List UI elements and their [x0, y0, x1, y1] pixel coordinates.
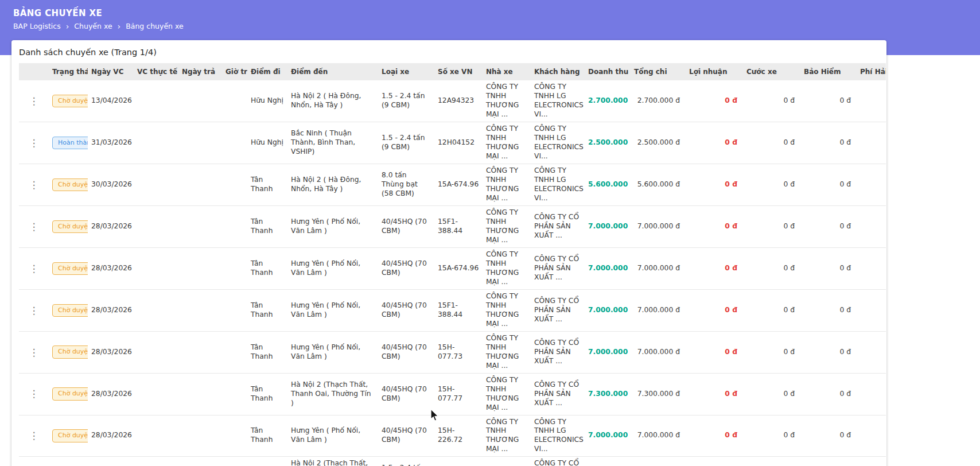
breadcrumb-item-bap-logistics[interactable]: BAP Logistics — [13, 22, 61, 30]
cell-so-xe-vn: 12H04349 — [434, 457, 483, 466]
cell-bao-hiem: 0 đ — [800, 373, 857, 415]
table-row[interactable]: ⋮ Chờ duyệt 30/03/2026 Tân Thanh Hà Nội … — [19, 164, 886, 205]
status-badge: Chờ duyệt — [52, 220, 88, 233]
cell-cuoc-xe: 0 đ — [743, 415, 800, 457]
status-badge: Hoàn thành — [52, 137, 88, 149]
cell-so-xe-vn: 15H-077.77 — [434, 373, 483, 415]
cell-phi-hai-quan — [857, 457, 886, 466]
cell-loai-xe: 40/45HQ (70 CBM) — [378, 331, 434, 373]
cell-loi-nhuan: 0 đ — [686, 205, 743, 247]
cell-so-xe-vn: 15H-077.73 — [434, 331, 483, 373]
cell-ngay-vc: 28/03/2026 — [88, 247, 134, 289]
cell-doanh-thu: 2.700.000 — [585, 80, 631, 122]
cell-khach-hang: CÔNG TY CỔ PHẦN SẢN XUẤT ... — [531, 457, 585, 466]
cell-ngay-tra — [178, 373, 222, 415]
more-vert-icon[interactable]: ⋮ — [26, 137, 42, 149]
column-header-bao-hiem: Bảo Hiểm — [800, 63, 857, 80]
more-vert-icon[interactable]: ⋮ — [26, 220, 42, 233]
table-row[interactable]: ⋮ Chờ duyệt 28/03/2026 Tân Thanh Hưng Yê… — [19, 289, 886, 331]
cell-phi-hai-quan — [857, 80, 886, 122]
cell-tong-chi: 7.000.000 đ — [631, 415, 686, 457]
table-row[interactable]: ⋮ Chờ duyệt 28/03/2026 Tân Thanh Hưng Yê… — [19, 415, 886, 457]
cell-ngay-vc: 30/03/2026 — [88, 164, 134, 205]
breadcrumb-item-chuyen-xe[interactable]: Chuyến xe — [74, 22, 112, 30]
table-row[interactable]: ⋮ Hoàn thành 20/03/2026 Hữu Nghị Hà Nội … — [19, 457, 886, 466]
cell-loi-nhuan: 0 đ — [686, 289, 743, 331]
cell-khach-hang: CÔNG TY TNHH LG ELECTRONICS VI... — [531, 164, 585, 205]
table-row[interactable]: ⋮ Chờ duyệt 13/04/2026 Hữu Nghị Hà Nội 2… — [19, 80, 886, 122]
cell-gio-tra — [222, 289, 247, 331]
cell-cuoc-xe: 0 đ — [743, 205, 800, 247]
cell-so-xe-vn: 12A94323 — [434, 80, 483, 122]
more-vert-icon[interactable]: ⋮ — [26, 429, 42, 442]
cell-cuoc-xe: 0 đ — [743, 373, 800, 415]
cell-ngay-tra — [178, 457, 222, 466]
cell-diem-di: Tân Thanh — [247, 331, 287, 373]
column-header-trang-thai: Trạng thái — [49, 63, 88, 80]
cell-loai-xe: 40/45HQ (70 CBM) — [378, 205, 434, 247]
cell-bao-hiem: 0 đ — [800, 122, 857, 164]
column-header-vc-thuc-te: VC thực tế — [134, 63, 178, 80]
cell-tong-chi: 7.000.000 đ — [631, 247, 686, 289]
cell-gio-tra — [222, 457, 247, 466]
cell-khach-hang: CÔNG TY CỔ PHẦN SẢN XUẤT ... — [531, 373, 585, 415]
more-vert-icon[interactable]: ⋮ — [26, 304, 42, 317]
table-header-row: Trạng thái Ngày VC VC thực tế Ngày trả G… — [19, 63, 886, 80]
cell-actions: ⋮ — [19, 80, 49, 122]
table-row[interactable]: ⋮ Chờ duyệt 28/03/2026 Tân Thanh Hưng Yê… — [19, 331, 886, 373]
cell-nha-xe: CÔNG TY TNHH THƯƠNG MẠI ... — [483, 289, 531, 331]
cell-doanh-thu: 7.000.000 — [585, 289, 631, 331]
trip-table-container[interactable]: Trạng thái Ngày VC VC thực tế Ngày trả G… — [19, 63, 886, 466]
cell-vc-thuc-te — [134, 415, 178, 457]
trip-table: Trạng thái Ngày VC VC thực tế Ngày trả G… — [19, 63, 886, 466]
cell-actions: ⋮ — [19, 415, 49, 457]
more-vert-icon[interactable]: ⋮ — [26, 346, 42, 359]
column-header-loi-nhuan: Lợi nhuận — [686, 63, 743, 80]
table-row[interactable]: ⋮ Chờ duyệt 28/03/2026 Tân Thanh Hưng Yê… — [19, 205, 886, 247]
column-header-khach-hang: Khách hàng — [531, 63, 585, 80]
cell-doanh-thu: 7.000.000 — [585, 247, 631, 289]
column-header-cuoc-xe: Cước xe — [743, 63, 800, 80]
cell-status: Chờ duyệt — [49, 373, 88, 415]
table-row[interactable]: ⋮ Hoàn thành 31/03/2026 Hữu Nghị Bắc Nin… — [19, 122, 886, 164]
more-vert-icon[interactable]: ⋮ — [26, 178, 42, 191]
cell-cuoc-xe: 0 đ — [743, 289, 800, 331]
cell-actions: ⋮ — [19, 247, 49, 289]
cell-tong-chi: 7.000.000 đ — [631, 289, 686, 331]
cell-loai-xe: 40/45HQ (70 CBM) — [378, 373, 434, 415]
cell-tong-chi: 2.700.000 đ — [631, 80, 686, 122]
cell-diem-den: Hà Nội 2 ( Hà Đông, Nhổn, Hà Tây ) — [287, 164, 378, 205]
cell-status: Chờ duyệt — [49, 415, 88, 457]
more-vert-icon[interactable]: ⋮ — [26, 387, 42, 400]
cell-diem-di: Tân Thanh — [247, 205, 287, 247]
cell-status: Chờ duyệt — [49, 331, 88, 373]
cell-loai-xe: 1.5 - 2.4 tấn (9 CBM) — [378, 457, 434, 466]
column-header-phi-hai-quan: Phí Hải Quan — [857, 63, 886, 80]
cell-loi-nhuan: 0 đ — [686, 415, 743, 457]
cell-diem-den: Hưng Yên ( Phố Nối, Văn Lâm ) — [287, 415, 378, 457]
cell-bao-hiem: 0 đ — [800, 415, 857, 457]
cell-khach-hang: CÔNG TY CỔ PHẦN SẢN XUẤT ... — [531, 247, 585, 289]
cell-diem-den: Hà Nội 2 (Thạch Thất, Thanh Oai, Thường … — [287, 457, 378, 466]
breadcrumb-item-bang-chuyen-xe[interactable]: Bảng chuyến xe — [126, 22, 183, 30]
trip-table-body: ⋮ Chờ duyệt 13/04/2026 Hữu Nghị Hà Nội 2… — [19, 80, 886, 466]
cell-diem-den: Hưng Yên ( Phố Nối, Văn Lâm ) — [287, 331, 378, 373]
status-badge: Chờ duyệt — [52, 345, 88, 358]
trip-list-card: Danh sách chuyến xe (Trang 1/4) Trạng th… — [11, 40, 886, 466]
cell-bao-hiem: 0 đ — [800, 331, 857, 373]
table-row[interactable]: ⋮ Chờ duyệt 28/03/2026 Tân Thanh Hưng Yê… — [19, 247, 886, 289]
cell-cuoc-xe: 0 đ — [743, 122, 800, 164]
cell-diem-di: Tân Thanh — [247, 164, 287, 205]
table-row[interactable]: ⋮ Chờ duyệt 28/03/2026 Tân Thanh Hà Nội … — [19, 373, 886, 415]
column-header-actions — [19, 63, 49, 80]
cell-tong-chi: 5.600.000 đ — [631, 164, 686, 205]
cell-phi-hai-quan — [857, 205, 886, 247]
more-vert-icon[interactable]: ⋮ — [26, 262, 42, 275]
cell-vc-thuc-te — [134, 289, 178, 331]
cell-loai-xe: 40/45HQ (70 CBM) — [378, 289, 434, 331]
status-badge: Chờ duyệt — [52, 304, 88, 317]
cell-actions: ⋮ — [19, 205, 49, 247]
cell-ngay-tra — [178, 247, 222, 289]
more-vert-icon[interactable]: ⋮ — [26, 95, 42, 107]
cell-ngay-vc: 28/03/2026 — [88, 205, 134, 247]
